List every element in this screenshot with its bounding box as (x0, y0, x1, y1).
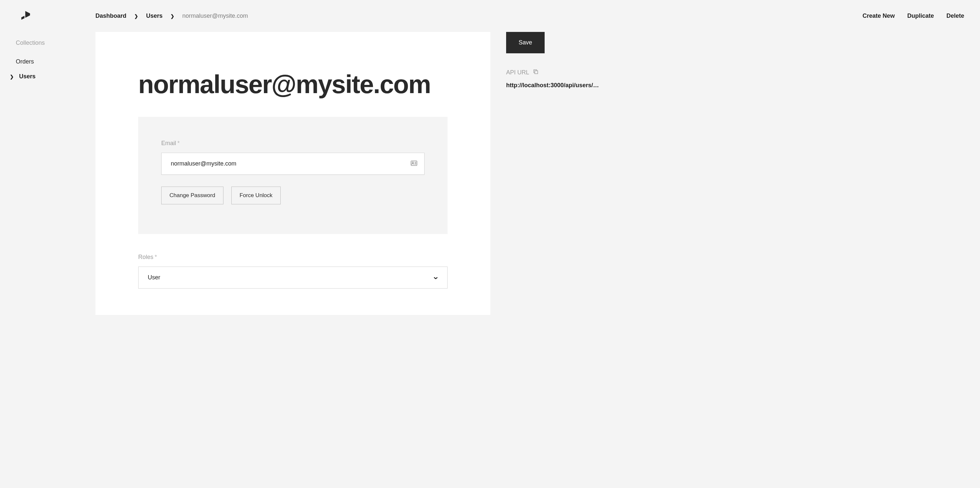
create-new-button[interactable]: Create New (862, 13, 895, 19)
force-unlock-button[interactable]: Force Unlock (231, 187, 281, 204)
roles-label: Roles* (138, 254, 447, 261)
delete-button[interactable]: Delete (947, 13, 964, 19)
breadcrumb-dashboard[interactable]: Dashboard (95, 13, 126, 19)
top-actions: Create New Duplicate Delete (862, 13, 964, 19)
chevron-right-icon: ❯ (170, 13, 174, 19)
chevron-right-icon: ❯ (134, 13, 138, 19)
breadcrumb-collection[interactable]: Users (146, 13, 162, 19)
page-title: normaluser@mysite.com (138, 72, 447, 97)
save-button[interactable]: Save (506, 32, 545, 53)
duplicate-button[interactable]: Duplicate (907, 13, 934, 19)
sidebar-section-label: Collections (0, 40, 95, 46)
sidebar-item-label: Users (19, 73, 35, 80)
sidebar: Collections Orders ❯ Users (0, 0, 95, 488)
chevron-right-icon: ❯ (10, 74, 14, 79)
right-panel: Save API URL http://localhost:3000/api/u… (506, 32, 608, 315)
breadcrumb: Dashboard ❯ Users ❯ normaluser@mysite.co… (95, 13, 248, 19)
contact-card-icon (411, 161, 417, 167)
sidebar-item-users[interactable]: ❯ Users (0, 69, 95, 84)
required-indicator: * (177, 140, 180, 146)
document-card: normaluser@mysite.com Email* (95, 32, 490, 315)
change-password-button[interactable]: Change Password (161, 187, 223, 204)
auth-panel: Email* (138, 117, 447, 234)
api-url-value[interactable]: http://localhost:3000/api/users/6070acef… (506, 82, 600, 89)
email-field[interactable] (161, 153, 425, 175)
chevron-down-icon (433, 274, 438, 281)
api-url-label: API URL (506, 69, 600, 76)
roles-selected-value: User (148, 274, 160, 281)
logo[interactable] (0, 10, 95, 40)
svg-point-1 (412, 162, 414, 163)
roles-select[interactable]: User (138, 267, 447, 289)
email-label: Email* (161, 140, 425, 147)
topbar: Dashboard ❯ Users ❯ normaluser@mysite.co… (95, 0, 980, 32)
breadcrumb-current: normaluser@mysite.com (182, 13, 248, 19)
svg-rect-5 (535, 71, 538, 74)
copy-icon[interactable] (533, 69, 538, 76)
sidebar-item-label: Orders (16, 58, 34, 65)
sidebar-item-orders[interactable]: Orders (0, 54, 95, 69)
required-indicator: * (155, 254, 157, 260)
